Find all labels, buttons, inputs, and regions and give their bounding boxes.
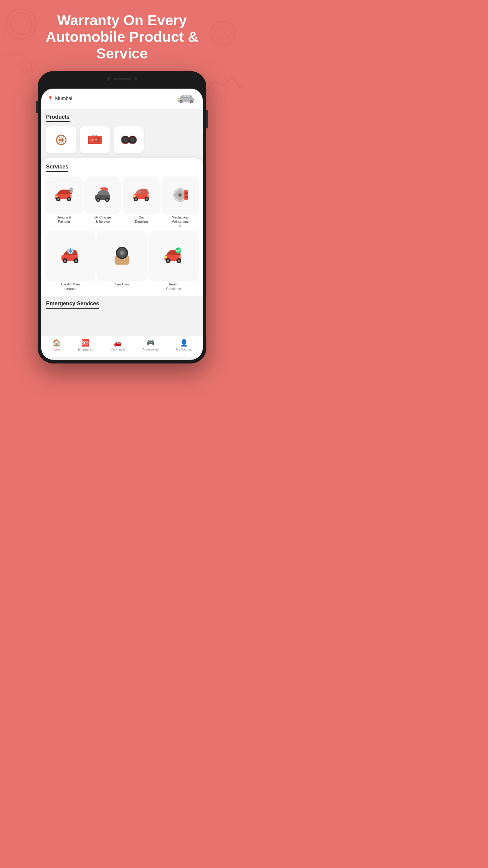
nav-emergency[interactable]: 🆘 Emergency bbox=[78, 339, 93, 351]
nav-emergency-label: Emergency bbox=[78, 348, 93, 351]
svg-text:12V: 12V bbox=[90, 139, 94, 142]
car-detailing-icon-box bbox=[124, 177, 159, 213]
denting-label: Denting &Painting bbox=[57, 215, 71, 224]
svg-point-86 bbox=[72, 249, 73, 250]
hero-title: Warranty On Every Automobile Product & S… bbox=[0, 0, 244, 68]
phone-notch bbox=[95, 75, 149, 83]
services-grid-row2: Car AC Maintanance bbox=[46, 231, 198, 291]
denting-svg bbox=[53, 186, 74, 204]
svg-rect-18 bbox=[187, 95, 190, 97]
nav-accessories[interactable]: 🎮 Accessories bbox=[142, 339, 159, 351]
health-checkups-svg bbox=[161, 245, 186, 266]
accessories-icon: 🎮 bbox=[147, 339, 155, 347]
nav-home-label: Home bbox=[53, 348, 61, 351]
emergency-section: Emergency Services bbox=[41, 296, 203, 336]
service-oil-change[interactable]: Oil Change& Service bbox=[85, 177, 121, 228]
svg-point-51 bbox=[97, 198, 99, 201]
products-title: Products bbox=[46, 114, 70, 122]
service-denting[interactable]: Denting &Painting bbox=[46, 177, 82, 228]
svg-point-48 bbox=[69, 191, 70, 192]
svg-point-37 bbox=[132, 139, 133, 141]
battery-svg: 12V bbox=[87, 134, 103, 146]
nav-car-health-label: Car Health bbox=[110, 348, 125, 351]
mechanical-label: MechanicalMaintanance bbox=[171, 215, 189, 228]
car-ac-label: Car AC Maintanance bbox=[61, 282, 79, 291]
svg-rect-71 bbox=[185, 195, 188, 198]
svg-rect-69 bbox=[184, 190, 188, 200]
products-section: Products 🛞 12V bbox=[41, 109, 203, 156]
svg-point-81 bbox=[70, 248, 71, 249]
service-tyre-care[interactable]: Tyre Care bbox=[98, 231, 146, 291]
car-svg bbox=[175, 93, 197, 103]
mechanical-svg bbox=[170, 186, 191, 204]
car-ac-icon-box bbox=[46, 231, 95, 280]
services-section: Services bbox=[41, 158, 203, 296]
oil-change-icon-box bbox=[85, 177, 121, 213]
tire-icon: 🛞 bbox=[55, 134, 67, 146]
notch-dot bbox=[134, 78, 137, 81]
phone-notch-bar bbox=[41, 75, 203, 88]
svg-rect-20 bbox=[193, 98, 194, 100]
svg-rect-24 bbox=[96, 135, 97, 136]
car-health-icon: 🚗 bbox=[113, 339, 122, 347]
product-card-battery[interactable]: 12V bbox=[80, 126, 110, 153]
svg-point-90 bbox=[121, 252, 123, 254]
svg-point-85 bbox=[67, 252, 69, 253]
tyre-care-icon-box bbox=[98, 231, 146, 280]
health-checkups-icon-box bbox=[150, 231, 198, 280]
phone-frame: 📍 Mumbai bbox=[38, 71, 206, 364]
oil-change-label: Oil Change& Service bbox=[94, 215, 111, 224]
location-row[interactable]: 📍 Mumbai bbox=[47, 96, 72, 101]
car-illustration bbox=[175, 93, 197, 104]
oil-change-svg bbox=[92, 186, 113, 204]
service-car-ac[interactable]: Car AC Maintanance bbox=[46, 231, 95, 291]
nav-car-health[interactable]: 🚗 Car Health bbox=[110, 339, 125, 351]
service-health-checkups[interactable]: HealthCheckups bbox=[150, 231, 198, 291]
svg-rect-97 bbox=[164, 256, 167, 258]
nav-account-label: My Account bbox=[176, 348, 192, 351]
car-ac-svg bbox=[59, 245, 83, 266]
health-checkups-label: HealthCheckups bbox=[166, 282, 181, 291]
svg-point-56 bbox=[135, 198, 137, 200]
svg-rect-98 bbox=[179, 256, 181, 258]
product-card-tires[interactable]: 🛞 bbox=[46, 126, 76, 153]
nav-account[interactable]: 👤 My Account bbox=[176, 339, 192, 351]
svg-point-14 bbox=[181, 101, 182, 102]
app-header: 📍 Mumbai bbox=[41, 89, 203, 109]
location-icon: 📍 bbox=[47, 96, 53, 101]
svg-rect-23 bbox=[93, 135, 94, 136]
svg-point-58 bbox=[146, 198, 148, 200]
svg-point-82 bbox=[70, 253, 71, 254]
svg-point-41 bbox=[57, 198, 59, 200]
products-grid: 🛞 12V bbox=[46, 126, 198, 153]
service-mechanical[interactable]: MechanicalMaintanance bbox=[162, 177, 198, 228]
emergency-icon: 🆘 bbox=[82, 339, 90, 347]
speakers-svg bbox=[121, 134, 137, 146]
svg-rect-46 bbox=[70, 187, 73, 193]
car-detailing-label: CarDetailing bbox=[135, 215, 148, 224]
nav-accessories-label: Accessories bbox=[142, 348, 159, 351]
mechanical-icon-box bbox=[162, 177, 198, 213]
car-detailing-svg bbox=[131, 186, 152, 204]
notch-camera bbox=[107, 77, 110, 81]
svg-rect-17 bbox=[184, 95, 187, 97]
phone-wrapper: 📍 Mumbai bbox=[0, 68, 244, 364]
svg-point-43 bbox=[68, 198, 70, 200]
svg-point-96 bbox=[178, 259, 180, 262]
services-grid-row1: Denting &Painting bbox=[46, 177, 198, 228]
nav-home[interactable]: 🏠 Home bbox=[53, 339, 61, 351]
home-icon: 🏠 bbox=[53, 339, 61, 347]
tyre-care-svg bbox=[110, 245, 134, 266]
account-icon: 👤 bbox=[180, 339, 188, 347]
svg-point-64 bbox=[179, 194, 181, 196]
product-card-speakers[interactable] bbox=[113, 126, 144, 153]
phone-screen: 📍 Mumbai bbox=[41, 89, 203, 360]
svg-point-16 bbox=[191, 101, 192, 102]
service-car-detailing[interactable]: CarDetailing bbox=[124, 177, 159, 228]
emergency-title: Emergency Services bbox=[46, 301, 99, 309]
denting-icon-box bbox=[46, 177, 82, 213]
svg-rect-60 bbox=[147, 195, 149, 196]
svg-rect-45 bbox=[70, 195, 72, 197]
notch-speaker bbox=[113, 78, 131, 80]
svg-point-84 bbox=[72, 252, 73, 253]
